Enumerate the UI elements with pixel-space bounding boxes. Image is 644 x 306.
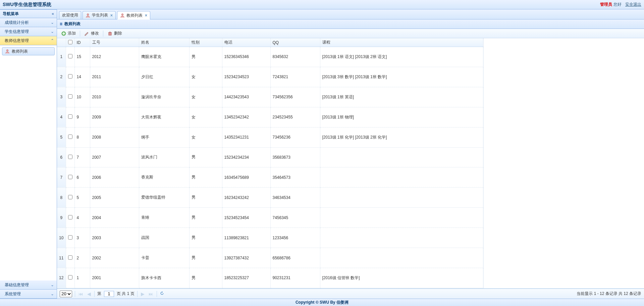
cell-id: 3 [74,228,90,248]
sidebar-title[interactable]: 导航菜单 « [0,9,57,18]
col-qq[interactable]: QQ [270,38,320,47]
row-checkbox[interactable] [68,275,72,279]
cell-phone: 15234523454 [222,208,270,228]
row-checkbox[interactable] [68,215,72,219]
cell-rownum: 4 [57,107,66,127]
page-size-select[interactable]: 20 [60,291,72,297]
row-checkbox[interactable] [68,175,72,179]
cell-id: 5 [74,188,90,208]
cell-no: 2011 [90,67,139,87]
sidebar-item-label: 基础信息管理 [5,282,29,288]
cell-no: 2009 [90,107,139,127]
sidebar-item-student[interactable]: 学生信息管理 ⌄ [0,27,57,36]
svg-point-1 [87,13,89,15]
table-row[interactable]: 3102010漩涡玖辛奈女14423423543734562356[2013级 … [57,87,483,107]
row-checkbox[interactable] [68,54,72,58]
table-row[interactable]: 492009大筒木辉夜女13452342342234523455[2013级 1… [57,107,483,127]
close-icon[interactable]: × [145,13,147,18]
delete-button[interactable]: 删除 [105,30,124,37]
col-no[interactable]: 工号 [90,38,139,47]
panel-title-row: ≣ 教师列表 [57,19,644,29]
col-rownum [57,38,66,47]
col-course[interactable]: 课程 [320,38,483,47]
add-button[interactable]: 添加 [59,30,78,37]
cell-name: 爱德华纽盖特 [139,188,189,208]
cell-checkbox [66,87,74,107]
cell-checkbox [66,127,74,147]
cell-name: 旗木卡卡西 [139,268,189,288]
app-title: SWU学生信息管理系统 [3,2,51,8]
table-row[interactable]: 942004青雉男152345234547456345 [57,208,483,228]
table-row[interactable]: 1212001旗木卡卡西男1852322532790231231[2016级 信… [57,268,483,288]
col-phone[interactable]: 电话 [222,38,270,47]
table-row[interactable]: 672007波风水门男1523423423435683673 [57,147,483,167]
row-checkbox[interactable] [68,235,72,240]
row-checkbox[interactable] [68,155,72,159]
prev-page-button[interactable]: ◀ [87,291,92,297]
tool-label: 添加 [68,31,76,36]
cell-checkbox [66,167,74,188]
cell-qq: 34634534 [270,188,320,208]
row-checkbox[interactable] [68,94,72,99]
cell-qq: 73456236 [270,127,320,147]
last-page-button[interactable]: ⏭ [148,291,154,297]
row-checkbox[interactable] [68,74,72,79]
content-panel: ≣ 教师列表 添加 修改 删除 [57,19,644,299]
cell-course: [2013级 3班 数学] [2013级 1班 数学] [320,67,483,87]
table-row[interactable]: 1122002卡普男1392738743265686786 [57,248,483,268]
sidebar-item-teacher-body: 教师列表 [0,45,57,280]
user-icon [86,13,90,18]
row-checkbox[interactable] [68,114,72,119]
edit-button[interactable]: 修改 [82,30,101,37]
page-prefix: 第 [97,291,101,297]
tab-welcome[interactable]: 欢迎使用 [59,11,81,19]
table-row[interactable]: 582008纲手女1435234123173456236[2013级 1班 化学… [57,127,483,147]
tab-teacher-list[interactable]: 教师列表 × [117,11,150,19]
sidebar-item-teacher[interactable]: 教师信息管理 ⌃ [0,36,57,45]
panel-title: 教师列表 [64,21,80,27]
cell-course [320,188,483,208]
table-row[interactable]: 762006香克斯男1634547568935464573 [57,167,483,188]
row-checkbox[interactable] [68,255,72,260]
tab-label: 欢迎使用 [62,12,78,18]
sidebar-item-label: 成绩统计分析 [5,20,29,26]
row-checkbox[interactable] [68,195,72,199]
sidebar-item-base[interactable]: 基础信息管理 ⌄ [0,280,57,290]
cell-no: 2008 [90,127,139,147]
close-icon[interactable]: × [110,13,113,18]
col-name[interactable]: 姓名 [139,38,189,47]
first-page-button[interactable]: ⏮ [78,291,84,297]
col-id[interactable]: ID [74,38,90,47]
table-row[interactable]: 852005爱德华纽盖特男1623424324234634534 [57,188,483,208]
toolbar-separator [80,31,80,37]
cell-gender: 男 [189,188,222,208]
sidebar-item-label: 学生信息管理 [5,29,29,35]
cell-course [320,167,483,188]
table-row[interactable]: 2142011夕日红女152342345237243821[2013级 3班 数… [57,67,483,87]
cell-checkbox [66,208,74,228]
footer: Copyright © SWU By 伯姜洲 [0,299,644,306]
collapse-icon[interactable]: ≣ [60,22,62,26]
col-gender[interactable]: 性别 [189,38,222,47]
next-page-button[interactable]: ▶ [140,291,145,297]
cell-qq: 234523455 [270,107,320,127]
logout-link[interactable]: 安全退出 [625,2,641,7]
select-all-checkbox[interactable] [68,40,72,44]
page-number-input[interactable] [104,291,114,297]
cell-course: [2013级 1班 语文] [2013级 2班 语文] [320,47,483,67]
table-row[interactable]: 1152012鹰眼米霍克男152363453468345632[2013级 1班… [57,47,483,67]
cell-rownum: 6 [57,147,66,167]
cell-qq: 1233456 [270,228,320,248]
collapse-left-icon: « [52,11,54,16]
tab-student-list[interactable]: 学生列表 × [83,11,116,19]
cell-phone: 18523225327 [222,268,270,288]
sidebar-item-score[interactable]: 成绩统计分析 ⌄ [0,18,57,27]
table-row[interactable]: 1032003战国男113898238211233456 [57,228,483,248]
tree-node-teacher-list[interactable]: 教师列表 [2,47,55,55]
sidebar-item-system[interactable]: 系统管理 ⌄ [0,290,57,299]
cell-gender: 男 [189,268,222,288]
refresh-button[interactable] [160,291,164,297]
cell-phone: 15234234234 [222,147,270,167]
cell-course: [2013级 1班 化学] [2013级 2班 化学] [320,127,483,147]
row-checkbox[interactable] [68,135,72,139]
